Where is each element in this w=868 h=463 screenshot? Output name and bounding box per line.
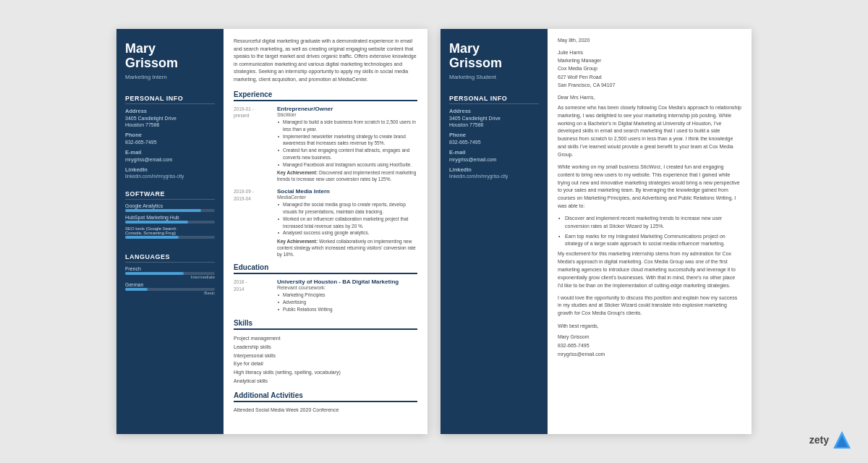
- exp-date: 2019-09 -2019-04: [234, 188, 271, 258]
- resume-personal-info: Personal Info Address 3405 Candlelight D…: [116, 89, 224, 184]
- exp-bullet: Created fun and engaging content that at…: [277, 147, 417, 161]
- address-value: 3405 Candlelight DriveHouston 77586: [125, 115, 215, 128]
- skill-label: HubSpot Marketing Hub: [125, 215, 215, 220]
- cover-personal-info-title: Personal Info: [449, 95, 539, 104]
- skill-bar-fill: [125, 236, 179, 239]
- cover-paragraph-3: My excitement for this marketing interns…: [558, 250, 741, 289]
- skill-bar-bg: [125, 209, 215, 212]
- cover-sidebar: Mary Grissom Marketing Student Personal …: [441, 29, 548, 434]
- cover-paragraph-4: I would love the opportunity to discuss …: [558, 294, 741, 318]
- personal-info-title: Personal Info: [125, 95, 215, 104]
- cover-date: May 8th, 2020: [558, 38, 741, 43]
- skill-hubspot: HubSpot Marketing Hub: [125, 215, 215, 224]
- resume-languages: Languages French Intermediate German Bas…: [116, 247, 224, 304]
- experience-title: Experience: [234, 90, 417, 101]
- skills-title: Skills: [234, 319, 417, 330]
- exp-bullet: Managed the social media group to create…: [277, 201, 417, 216]
- resume-last-name: Grissom: [125, 56, 215, 71]
- skill-item: Analytical skills: [234, 377, 417, 386]
- cover-bullet-1: Discover and implement recent marketing …: [558, 215, 741, 231]
- edu-sub: Relevant coursework:: [277, 285, 417, 290]
- edu-bullet: Advertising: [277, 299, 417, 306]
- exp-bullet: Worked on an influencer collaboration ma…: [277, 216, 417, 230]
- key-achievement: Key Achievement: Worked collaboratively …: [277, 238, 417, 258]
- lang-level: Basic: [125, 291, 215, 295]
- cover-closing: With best regards,: [558, 322, 741, 330]
- edu-details: University of Houston - BA Digital Marke…: [277, 279, 417, 313]
- cover-sidebar-header: Mary Grissom Marketing Student: [441, 29, 548, 89]
- phone-value: 832-665-7495: [125, 139, 215, 145]
- exp-details: Entrepreneur/Owner SticWorr Managed to b…: [277, 106, 417, 182]
- resume-software: Software Google Analytics HubSpot Market…: [116, 184, 224, 247]
- skill-seo: SEO tools (Google SearchConsole, Screami…: [125, 226, 215, 239]
- cover-phone-label: Phone: [449, 132, 539, 138]
- edu-degree: University of Houston - BA Digital Marke…: [277, 279, 417, 285]
- activity-item: Attended Social Media Week 2020 Conferen…: [234, 407, 417, 415]
- edu-bullet: Public Relations Writing: [277, 306, 417, 313]
- exp-details: Social Media Intern MediaCenter Managed …: [277, 188, 417, 258]
- linkedin-label: LinkedIn: [125, 166, 215, 173]
- skill-label: SEO tools (Google SearchConsole, Screami…: [125, 226, 215, 235]
- email-label: E-mail: [125, 149, 215, 156]
- cover-linkedin-value: linkedin.com/in/mrygrlss-clty: [449, 174, 539, 179]
- cover-salutation: Dear Mrs Harris,: [558, 95, 741, 100]
- lang-german: German Basic: [125, 282, 215, 295]
- exp-title: Entrepreneur/Owner: [277, 106, 417, 112]
- resume-summary: Resourceful digital marketing graduate w…: [234, 38, 417, 83]
- activities-title: Additional Activities: [234, 391, 417, 402]
- lang-level: Intermediate: [125, 275, 215, 279]
- skill-bar-bg: [125, 236, 215, 239]
- cover-letter-document: Mary Grissom Marketing Student Personal …: [441, 29, 752, 434]
- languages-title: Languages: [125, 253, 215, 263]
- cover-email-label: E-mail: [449, 149, 539, 156]
- phone-label: Phone: [125, 132, 215, 138]
- exp-title: Social Media Intern: [277, 188, 417, 195]
- lang-label: French: [125, 266, 215, 271]
- exp-bullet: Analysed success using google analytics.: [277, 229, 417, 237]
- cover-main: May 8th, 2020 Julie HarrisMarketing Mana…: [548, 29, 752, 434]
- resume-first-name: Mary: [125, 42, 215, 56]
- skill-item: High literacy skills (writing, spelling,…: [234, 368, 417, 377]
- cover-address-label: Address: [449, 108, 539, 114]
- exp-company: SticWorr: [277, 112, 417, 117]
- skill-bar-fill: [125, 221, 188, 224]
- cover-linkedin-label: LinkedIn: [449, 166, 539, 173]
- lang-label: German: [125, 282, 215, 287]
- exp-company: MediaCenter: [277, 195, 417, 200]
- cover-first-name: Mary: [449, 42, 539, 56]
- cover-personal-info: Personal Info Address 3405 Candlelight D…: [441, 89, 548, 184]
- exp-bullet: Managed Facebook and Instagram accounts …: [277, 161, 417, 169]
- cover-job-title: Marketing Student: [449, 74, 539, 80]
- exp-date: 2019-01 -present: [234, 106, 271, 182]
- email-value: mrygrlss@email.com: [125, 156, 215, 163]
- cover-phone-value: 832-665-7495: [449, 139, 539, 145]
- resume-document: Mary Grissom Marketing Intern Personal I…: [116, 29, 427, 434]
- education-title: Education: [234, 263, 417, 274]
- skill-item: Interpersonal skills: [234, 352, 417, 360]
- edu-bullet: Marketing Principles: [277, 292, 417, 299]
- key-achievement: Key Achievement: Discovered and implemen…: [277, 169, 417, 182]
- cover-last-name: Grissom: [449, 56, 539, 71]
- address-label: Address: [125, 108, 215, 114]
- resume-sidebar: Mary Grissom Marketing Intern Personal I…: [116, 29, 224, 434]
- cover-recipient: Julie HarrisMarketing ManagerCox Media G…: [558, 48, 741, 89]
- skill-label: Google Analytics: [125, 203, 215, 208]
- skill-google-analytics: Google Analytics: [125, 203, 215, 212]
- exp-bullet: Implemented newsletter marketing strateg…: [277, 133, 417, 148]
- education-entry: 2018 -2014 University of Houston - BA Di…: [234, 279, 417, 313]
- resume-job-title: Marketing Intern: [125, 74, 215, 80]
- skill-bar-fill: [125, 209, 201, 212]
- skill-item: Project management: [234, 334, 417, 343]
- page-container: Mary Grissom Marketing Intern Personal I…: [0, 7, 868, 456]
- software-title: Software: [125, 190, 215, 200]
- resume-sidebar-header: Mary Grissom Marketing Intern: [116, 29, 224, 89]
- resume-main: Resourceful digital marketing graduate w…: [224, 29, 427, 434]
- experience-entry-1: 2019-01 -present Entrepreneur/Owner Stic…: [234, 106, 417, 182]
- lang-french: French Intermediate: [125, 266, 215, 279]
- zety-branding: zety: [809, 430, 852, 450]
- skill-bar-bg: [125, 221, 215, 224]
- experience-entry-2: 2019-09 -2019-04 Social Media Intern Med…: [234, 188, 417, 258]
- skill-item: Leadership skills: [234, 343, 417, 352]
- linkedin-value: linkedin.com/in/mrygrlss-clty: [125, 174, 215, 179]
- cover-paragraph-2: While working on my small business SticW…: [558, 163, 741, 211]
